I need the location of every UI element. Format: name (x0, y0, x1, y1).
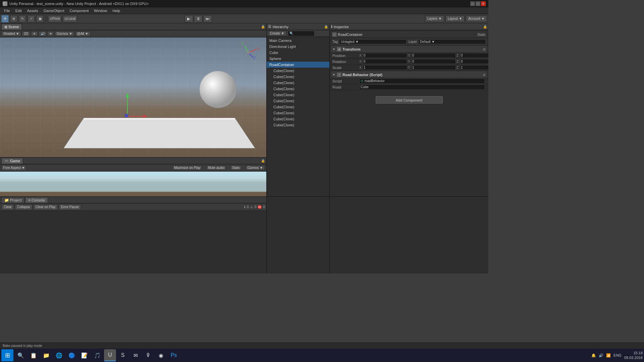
mute-audio-btn[interactable]: Mute audio (206, 165, 226, 170)
hierarchy-item-road-container[interactable]: RoadContainer (267, 62, 329, 68)
step-button[interactable]: ⏭ (203, 15, 212, 22)
collapse-btn[interactable]: Collapse (15, 204, 33, 210)
hierarchy-panel: ☰ Hierarchy 🔒 Create ▼ Main Camera Direc… (267, 23, 330, 196)
menu-gameobject[interactable]: GameObject (41, 8, 67, 13)
clear-btn[interactable]: Clear (1, 204, 14, 210)
script-value[interactable]: ⊙ roadBehavior (359, 78, 485, 84)
road-behavior-header[interactable]: ▼ ✓ Road Behavior (Script) ⚙ (331, 71, 487, 78)
game-viewport[interactable] (0, 172, 266, 196)
game-panel: 🎮 Game 🔒 Free Aspect ▼ Maximize on Play … (0, 158, 267, 196)
transform-scale-btn[interactable]: ⤢ (28, 15, 35, 22)
play-button[interactable]: ▶ (184, 15, 193, 22)
game-tab[interactable]: 🎮 Game (1, 158, 23, 164)
script-object-icon: ⊙ (361, 79, 363, 83)
console-tab[interactable]: ≡ Console (25, 197, 48, 203)
shaded-dropdown[interactable]: Shaded ▼ (1, 31, 21, 36)
all-dropdown[interactable]: @All ▼ (75, 31, 91, 36)
2d-btn[interactable]: 2D (22, 31, 30, 36)
project-console-tabs: 📁 Project ≡ Console (0, 197, 266, 203)
layers-dropdown[interactable]: Layers ▼ (425, 15, 444, 22)
menu-help[interactable]: Help (110, 8, 123, 13)
clear-on-play-btn[interactable]: Clear on Play (33, 204, 58, 210)
project-icon: 📁 (4, 198, 9, 202)
hierarchy-item-cube-clone-1[interactable]: Cube(Clone) (267, 68, 329, 74)
hierarchy-item-cube-clone-2[interactable]: Cube(Clone) (267, 74, 329, 80)
position-y-field: Y (408, 53, 456, 58)
scale-label: Scale (332, 66, 359, 70)
menu-assets[interactable]: Assets (24, 8, 41, 13)
position-y-input[interactable] (411, 53, 456, 58)
free-aspect-dropdown[interactable]: Free Aspect ▼ (1, 165, 26, 171)
layer-dropdown[interactable]: Default ▼ (418, 39, 486, 44)
transform-enable-checkbox[interactable]: ⊞ (337, 47, 341, 51)
hierarchy-search[interactable] (288, 31, 315, 36)
menu-component[interactable]: Component (67, 8, 91, 13)
inspector-content: ✓ RoadContainer Static Tag Untagted ▼ La… (330, 30, 488, 196)
object-name[interactable]: RoadContainer (338, 33, 477, 37)
hierarchy-create-btn[interactable]: Create ▼ (268, 31, 286, 36)
transform-rect-btn[interactable]: ▣ (36, 15, 44, 22)
hierarchy-item-main-camera[interactable]: Main Camera (267, 38, 329, 44)
transform-move-btn[interactable]: ✥ (1, 15, 9, 22)
scale-y-input[interactable] (411, 65, 456, 70)
project-tab[interactable]: 📁 Project (1, 197, 24, 203)
hierarchy-item-cube-clone-10[interactable]: Cube(Clone) (267, 122, 329, 128)
hierarchy-item-cube-clone-7[interactable]: Cube(Clone) (267, 104, 329, 110)
stats-btn[interactable]: Stats (230, 165, 242, 170)
inspector-panel-bottom (330, 197, 488, 274)
audio-btn[interactable]: 🔊 (39, 31, 47, 36)
svg-text:Iso: Iso (241, 86, 246, 90)
project-console-panel: 📁 Project ≡ Console Clear Collapse Clear… (0, 197, 267, 274)
hierarchy-item-cube-clone-5[interactable]: Cube(Clone) (267, 92, 329, 98)
hierarchy-item-cube-clone-9[interactable]: Cube(Clone) (267, 116, 329, 122)
close-button[interactable]: ✕ (481, 1, 486, 6)
hierarchy-item-cube-clone-3[interactable]: Cube(Clone) (267, 80, 329, 86)
rotation-y-input[interactable] (411, 59, 456, 64)
scene-viewport[interactable]: X Y Z Iso (0, 38, 266, 157)
transform-settings-icon[interactable]: ⚙ (483, 48, 486, 51)
transform-pan-btn[interactable]: ⊕ (10, 15, 17, 22)
scale-z-input[interactable] (460, 65, 488, 70)
hierarchy-item-cube[interactable]: Cube (267, 50, 329, 56)
object-enable-checkbox[interactable]: ✓ (332, 33, 336, 37)
game-gizmos-dropdown[interactable]: Gizmos ▼ (245, 165, 265, 170)
menu-file[interactable]: File (1, 8, 13, 13)
error-pause-btn[interactable]: Error Pause (59, 204, 81, 210)
minimize-button[interactable]: ─ (470, 1, 475, 6)
road-value[interactable]: Cube (359, 84, 485, 90)
static-label: Static (477, 33, 486, 37)
svg-marker-0 (64, 118, 255, 148)
transform-rotate-btn[interactable]: ↻ (19, 15, 26, 22)
rotation-x-input[interactable] (363, 59, 407, 64)
rotation-values: X Y Z (359, 59, 488, 64)
tag-dropdown[interactable]: Untagted ▼ (339, 39, 407, 44)
gizmos-dropdown[interactable]: Gizmos ▼ (55, 31, 74, 36)
pivot-btn[interactable]: ⊙ Pivot (48, 15, 61, 22)
hierarchy-item-cube-clone-6[interactable]: Cube(Clone) (267, 98, 329, 104)
menu-window[interactable]: Window (91, 8, 110, 13)
account-dropdown[interactable]: Account ▼ (466, 15, 487, 22)
layout-dropdown[interactable]: Layout ▼ (445, 15, 465, 22)
road-behavior-settings-icon[interactable]: ⚙ (483, 73, 486, 77)
local-btn[interactable]: ◎ Local (63, 15, 77, 22)
hierarchy-item-sphere[interactable]: Sphere (267, 56, 329, 62)
transform-section-header[interactable]: ▼ ⊞ Transform ⚙ (331, 46, 487, 53)
scene-tab[interactable]: ⊞ Scene (1, 24, 22, 30)
scale-x-input[interactable] (363, 65, 407, 70)
effects-btn[interactable]: ✦ (47, 31, 54, 36)
pause-button[interactable]: ⏸ (194, 15, 203, 22)
lighting-btn[interactable]: ☀ (31, 31, 38, 36)
hierarchy-item-dir-light[interactable]: Directional Light (267, 44, 329, 50)
rotation-z-input[interactable] (460, 59, 488, 64)
chevron-down-icon: ▼ (481, 17, 485, 20)
hierarchy-item-cube-clone-4[interactable]: Cube(Clone) (267, 86, 329, 92)
hierarchy-item-cube-clone-8[interactable]: Cube(Clone) (267, 110, 329, 116)
position-x-input[interactable] (363, 53, 407, 58)
road-behavior-checkbox[interactable]: ✓ (337, 73, 341, 77)
add-component-button[interactable]: Add Component (376, 96, 443, 104)
console-toolbar: Clear Collapse Clear on Play Error Pause… (0, 203, 266, 211)
maximize-on-play-btn[interactable]: Maximize on Play (172, 165, 202, 170)
menu-edit[interactable]: Edit (13, 8, 24, 13)
maximize-button[interactable]: □ (476, 1, 480, 6)
position-z-input[interactable] (460, 53, 488, 58)
